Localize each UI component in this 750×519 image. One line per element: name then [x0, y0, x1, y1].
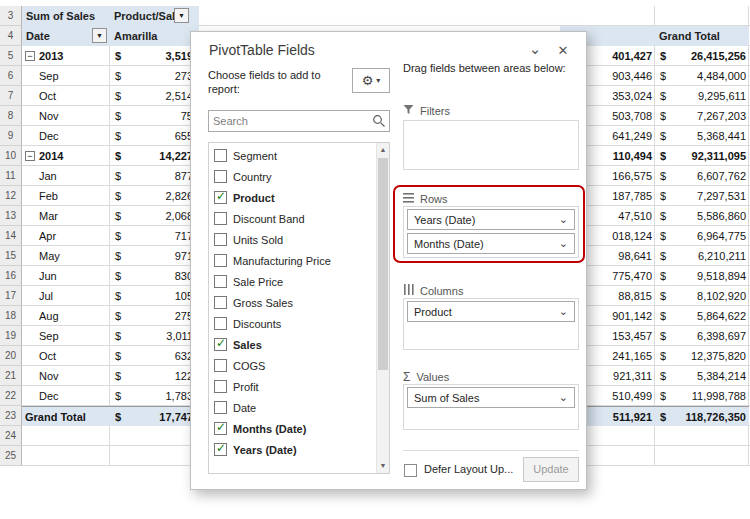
grand-total-total-cell[interactable]: $ 118,726,350 — [655, 406, 749, 426]
field-list-item[interactable]: Sale Price — [209, 271, 376, 292]
grand-total-label-cell[interactable]: Grand Total — [22, 406, 110, 426]
field-list-item[interactable]: Manufacturing Price — [209, 250, 376, 271]
row-label-cell[interactable]: Jun — [22, 266, 110, 286]
row-label-cell[interactable]: Feb — [22, 186, 110, 206]
collapse-toggle[interactable]: − — [25, 51, 35, 61]
field-list-item[interactable]: Discount Band — [209, 208, 376, 229]
scroll-up-icon[interactable]: ▲ — [377, 143, 389, 157]
row-label-cell[interactable]: Jul — [22, 286, 110, 306]
row-label-cell[interactable]: Sep — [22, 66, 110, 86]
sales-value-cell[interactable]: $ 14,227 — [110, 146, 195, 166]
grand-total-value-cell[interactable]: $ 12,375,820 — [655, 346, 749, 366]
grand-total-value-cell[interactable]: $ 6,607,762 — [655, 166, 749, 186]
field-checkbox[interactable] — [214, 359, 227, 372]
sales-value-cell[interactable]: $ 3,011 — [110, 326, 195, 346]
sales-value-cell[interactable]: $ 105 — [110, 286, 195, 306]
sales-value-cell[interactable]: $ 2,826 — [110, 186, 195, 206]
grand-total-value-cell[interactable]: $ 7,297,531 — [655, 186, 749, 206]
grand-total-value-cell[interactable]: $ 5,368,441 — [655, 126, 749, 146]
field-list-item[interactable]: ✓ Years (Date) — [209, 439, 376, 460]
grand-total-value-cell[interactable]: $ 6,964,775 — [655, 226, 749, 246]
sales-value-cell[interactable]: $ 877 — [110, 166, 195, 186]
field-checkbox[interactable] — [214, 317, 227, 330]
row-label-cell[interactable]: − 2014 — [22, 146, 110, 166]
chevron-down-icon[interactable]: ⌄ — [524, 40, 546, 62]
row-label-cell[interactable]: Aug — [22, 306, 110, 326]
field-list-item[interactable]: Units Sold — [209, 229, 376, 250]
sales-value-cell[interactable]: $ 830 — [110, 266, 195, 286]
grand-total-value-cell[interactable]: $ 5,864,622 — [655, 306, 749, 326]
sales-value-cell[interactable]: $ 971 — [110, 246, 195, 266]
values-drop-area[interactable]: Sum of Sales ⌄ — [403, 384, 579, 430]
grand-total-value-cell[interactable]: $ 9,295,611 — [655, 86, 749, 106]
field-checkbox[interactable]: ✓ — [214, 338, 227, 351]
field-list-item[interactable]: ✓ Sales — [209, 334, 376, 355]
field-list-item[interactable]: ✓ Months (Date) — [209, 418, 376, 439]
sales-value-cell[interactable]: $ 275 — [110, 306, 195, 326]
field-list-item[interactable]: Discounts — [209, 313, 376, 334]
grand-total-value-cell[interactable]: $ 5,586,860 — [655, 206, 749, 226]
row-label-cell[interactable]: Apr — [22, 226, 110, 246]
update-button[interactable]: Update — [523, 457, 579, 482]
scrollbar-thumb[interactable] — [378, 158, 388, 370]
sales-value-cell[interactable]: $ 273 — [110, 66, 195, 86]
field-list-item[interactable]: Profit — [209, 376, 376, 397]
grand-total-value-cell[interactable]: $ 26,415,256 — [655, 46, 749, 66]
grand-total-value-cell[interactable]: $ 8,102,920 — [655, 286, 749, 306]
row-label-cell[interactable]: Mar — [22, 206, 110, 226]
search-input[interactable] — [209, 111, 367, 131]
cell-amarilla-header[interactable]: Amarilla — [110, 26, 199, 46]
row-label-cell[interactable]: Oct — [22, 86, 110, 106]
grand-total-value-cell[interactable]: $ 11,998,788 — [655, 386, 749, 406]
area-field-pill-months-date[interactable]: Months (Date) ⌄ — [407, 233, 575, 254]
field-checkbox[interactable] — [214, 296, 227, 309]
field-checkbox[interactable] — [214, 149, 227, 162]
area-field-pill-years-date[interactable]: Years (Date) ⌄ — [407, 209, 575, 230]
sales-value-cell[interactable]: $ 632 — [110, 346, 195, 366]
sales-value-cell[interactable]: $ 1,783 — [110, 386, 195, 406]
sales-value-cell[interactable]: $ 717 — [110, 226, 195, 246]
field-list-item[interactable]: ✓ Product — [209, 187, 376, 208]
row-label-cell[interactable]: Nov — [22, 106, 110, 126]
tools-button[interactable]: ⚙ ▾ — [352, 68, 390, 93]
field-checkbox[interactable] — [214, 254, 227, 267]
column-labels-dropdown-button[interactable]: ▼ — [174, 8, 189, 23]
cell-product-sales[interactable]: Product/Sales ▼ — [110, 6, 199, 26]
columns-drop-area[interactable]: Product ⌄ — [403, 298, 579, 350]
row-number[interactable]: 3 — [0, 6, 22, 26]
row-label-cell[interactable]: Dec — [22, 386, 110, 406]
scroll-down-icon[interactable]: ▼ — [377, 459, 389, 473]
cell-grand-total-header[interactable]: Grand Total — [655, 26, 749, 46]
filters-drop-area[interactable] — [403, 120, 579, 170]
field-checkbox[interactable] — [214, 233, 227, 246]
row-label-cell[interactable]: Nov — [22, 366, 110, 386]
field-checkbox[interactable] — [214, 170, 227, 183]
grand-total-value-cell[interactable]: $ 92,311,095 — [655, 146, 749, 166]
sales-value-cell[interactable]: $ 2,068 — [110, 206, 195, 226]
row-label-cell[interactable]: Oct — [22, 346, 110, 366]
row-label-cell[interactable]: May — [22, 246, 110, 266]
area-field-pill-sum-of-sales[interactable]: Sum of Sales ⌄ — [407, 387, 575, 408]
grand-total-value-cell[interactable]: $ 7,267,203 — [655, 106, 749, 126]
cell-date-header[interactable]: Date ▼ — [22, 26, 110, 46]
fields-list-scrollbar[interactable]: ▲ ▼ — [376, 143, 389, 473]
grand-total-value-cell[interactable]: $ 9,518,894 — [655, 266, 749, 286]
grand-total-value-cell[interactable]: $ 6,398,697 — [655, 326, 749, 346]
field-list-item[interactable]: Country — [209, 166, 376, 187]
field-checkbox[interactable] — [214, 380, 227, 393]
grand-total-value-cell[interactable]: $ 5,384,214 — [655, 366, 749, 386]
area-field-pill-product[interactable]: Product ⌄ — [407, 301, 575, 322]
row-label-cell[interactable]: Sep — [22, 326, 110, 346]
row-number[interactable]: 24 — [0, 426, 22, 446]
close-icon[interactable]: ✕ — [552, 40, 574, 62]
row-label-cell[interactable]: − 2013 — [22, 46, 110, 66]
date-filter-dropdown-button[interactable]: ▼ — [92, 28, 107, 43]
sales-value-cell[interactable]: $ 75 — [110, 106, 195, 126]
field-checkbox[interactable] — [214, 275, 227, 288]
defer-layout-checkbox[interactable] — [404, 464, 417, 477]
field-checkbox[interactable]: ✓ — [214, 443, 227, 456]
field-checkbox[interactable]: ✓ — [214, 422, 227, 435]
row-label-cell[interactable]: Jan — [22, 166, 110, 186]
cell-sum-of-sales[interactable]: Sum of Sales — [22, 6, 110, 26]
row-number[interactable]: 4 — [0, 26, 22, 46]
